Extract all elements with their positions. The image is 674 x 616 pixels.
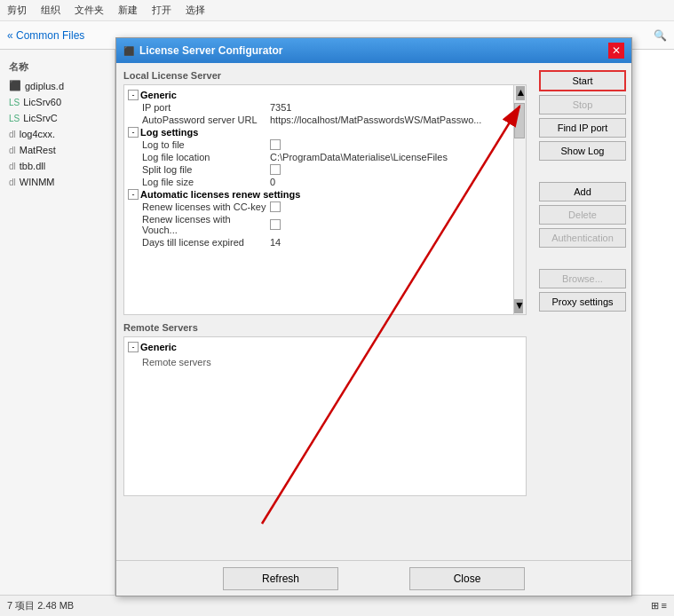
auto-renew-expand[interactable]: - — [128, 189, 139, 200]
log-to-file-label: Log to file — [142, 139, 266, 150]
split-log-file-checkbox[interactable] — [270, 164, 281, 175]
cc-key-row: Renew licenses with CC-key — [128, 201, 511, 213]
close-button[interactable]: Close — [409, 567, 525, 590]
generic-section-header[interactable]: - Generic — [128, 89, 511, 101]
local-server-panel: - Generic IP port 7351 AutoPassword serv… — [123, 84, 527, 315]
log-settings-expand[interactable]: - — [128, 127, 139, 138]
vouch-label: Renew licenses with Vouch... — [142, 214, 266, 235]
days-row: Days till license expired 14 — [128, 236, 511, 249]
dialog-title-icon: ⬛ — [123, 46, 134, 56]
vouch-row: Renew licenses with Vouch... — [128, 213, 511, 236]
show-log-button[interactable]: Show Log — [539, 141, 626, 161]
scroll-down-arrow[interactable]: ▼ — [514, 299, 523, 313]
ip-port-value: 7351 — [270, 102, 511, 113]
ip-port-label: IP port — [142, 102, 266, 113]
days-label: Days till license expired — [142, 237, 266, 248]
proxy-settings-button[interactable]: Proxy settings — [539, 292, 626, 312]
ip-port-row: IP port 7351 — [128, 101, 511, 114]
refresh-button[interactable]: Refresh — [223, 567, 338, 590]
cc-key-label: Renew licenses with CC-key — [142, 201, 266, 212]
split-log-file-row: Split log file — [128, 163, 511, 176]
generic-label: Generic — [140, 90, 177, 100]
dialog-footer: Refresh Close — [116, 560, 631, 596]
stop-button[interactable]: Stop — [539, 95, 626, 115]
days-value: 14 — [270, 237, 511, 248]
license-server-dialog: ⬛ License Server Configurator ✕ Local Li… — [115, 37, 632, 596]
delete-button[interactable]: Delete — [539, 205, 626, 225]
auto-password-label: AutoPassword server URL — [142, 115, 266, 125]
auto-password-row: AutoPassword server URL https://localhos… — [128, 114, 511, 126]
auto-renew-label: Automatic licenses renew settings — [140, 189, 300, 200]
remote-server-panel: - Generic Remote servers — [123, 336, 527, 496]
remote-servers-section: Remote Servers — [123, 322, 527, 333]
dialog-title: License Server Configurator — [139, 44, 282, 57]
dialog-content: Local License Server - Generic IP port 7… — [116, 63, 631, 560]
find-ip-port-button[interactable]: Find IP port — [539, 118, 626, 138]
dialog-overlay: ⬛ License Server Configurator ✕ Local Li… — [0, 0, 674, 616]
dialog-right-panel: Start Stop Find IP port Show Log Add Del… — [534, 63, 631, 560]
log-file-location-value: C:\ProgramData\Materialise\LicenseFiles — [270, 152, 511, 162]
log-settings-header[interactable]: - Log settings — [128, 126, 511, 138]
auto-password-value: https://localhost/MatPasswordsWS/MatPass… — [270, 115, 511, 125]
auto-renew-header[interactable]: - Automatic licenses renew settings — [128, 188, 511, 201]
log-to-file-row: Log to file — [128, 138, 511, 151]
add-button[interactable]: Add — [539, 182, 626, 201]
spacer1 — [539, 164, 626, 178]
scrollbar-thumb[interactable] — [514, 103, 525, 138]
remote-generic-label: Generic — [140, 342, 177, 352]
vouch-checkbox[interactable] — [270, 219, 281, 230]
local-server-scroll[interactable]: - Generic IP port 7351 AutoPassword serv… — [124, 85, 526, 314]
remote-servers-item: Remote servers — [128, 353, 522, 371]
log-file-size-value: 0 — [270, 177, 511, 187]
remote-generic-expand[interactable]: - — [128, 342, 139, 352]
generic-expand[interactable]: - — [128, 90, 139, 100]
log-to-file-checkbox[interactable] — [270, 139, 281, 150]
scroll-up-arrow[interactable]: ▲ — [516, 86, 525, 100]
local-server-scrollbar[interactable]: ▲ ▼ — [513, 85, 526, 314]
remote-generic-header[interactable]: - Generic — [128, 341, 522, 353]
cc-key-checkbox[interactable] — [270, 201, 281, 212]
spacer2 — [539, 251, 626, 265]
log-file-size-label: Log file size — [142, 177, 266, 187]
log-file-size-row: Log file size 0 — [128, 176, 511, 188]
log-file-location-row: Log file location C:\ProgramData\Materia… — [128, 151, 511, 163]
local-server-label: Local License Server — [123, 70, 527, 81]
authentication-button[interactable]: Authentication — [539, 228, 626, 248]
log-file-location-label: Log file location — [142, 152, 266, 162]
start-button[interactable]: Start — [539, 70, 626, 91]
dialog-close-button[interactable]: ✕ — [608, 43, 624, 59]
dialog-left-panel: Local License Server - Generic IP port 7… — [116, 63, 534, 560]
dialog-titlebar: ⬛ License Server Configurator ✕ — [116, 38, 631, 63]
log-settings-label: Log settings — [140, 127, 198, 138]
split-log-file-label: Split log file — [142, 164, 266, 175]
browse-button[interactable]: Browse... — [539, 269, 626, 288]
